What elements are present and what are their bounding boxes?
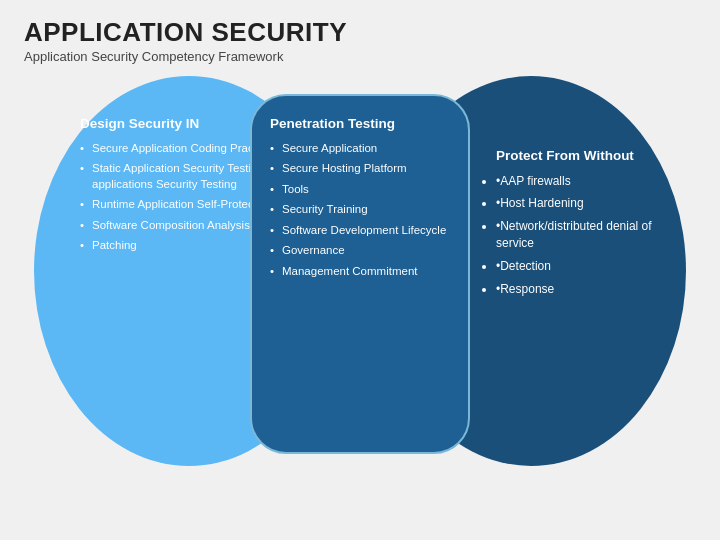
- right-circle-list: •AAP firewalls •Host Hardening •Network/…: [496, 173, 662, 298]
- list-item: •Detection: [496, 258, 662, 275]
- list-item: Management Commitment: [270, 264, 450, 280]
- page-title: APPLICATION SECURITY: [24, 18, 696, 47]
- list-item: •Network/distributed denial of service: [496, 218, 662, 252]
- list-item: Secure Application: [270, 141, 450, 157]
- right-circle-title: Protect From Without: [496, 148, 662, 163]
- center-circle-list: Secure Application Secure Hosting Platfo…: [270, 141, 450, 285]
- page-subtitle: Application Security Competency Framewor…: [24, 49, 696, 64]
- list-item: Governance: [270, 243, 450, 259]
- venn-diagram: Design Security IN Secure Application Co…: [24, 76, 696, 528]
- center-circle-title: Penetration Testing: [270, 116, 450, 131]
- list-item: Security Training: [270, 202, 450, 218]
- header: APPLICATION SECURITY Application Securit…: [24, 18, 696, 64]
- list-item: •Response: [496, 281, 662, 298]
- center-circle: Penetration Testing Secure Application S…: [250, 94, 470, 454]
- page: APPLICATION SECURITY Application Securit…: [0, 0, 720, 540]
- list-item: Tools: [270, 182, 450, 198]
- list-item: Secure Hosting Platform: [270, 161, 450, 177]
- list-item: •Host Hardening: [496, 195, 662, 212]
- list-item: •AAP firewalls: [496, 173, 662, 190]
- list-item: Software Development Lifecycle: [270, 223, 450, 239]
